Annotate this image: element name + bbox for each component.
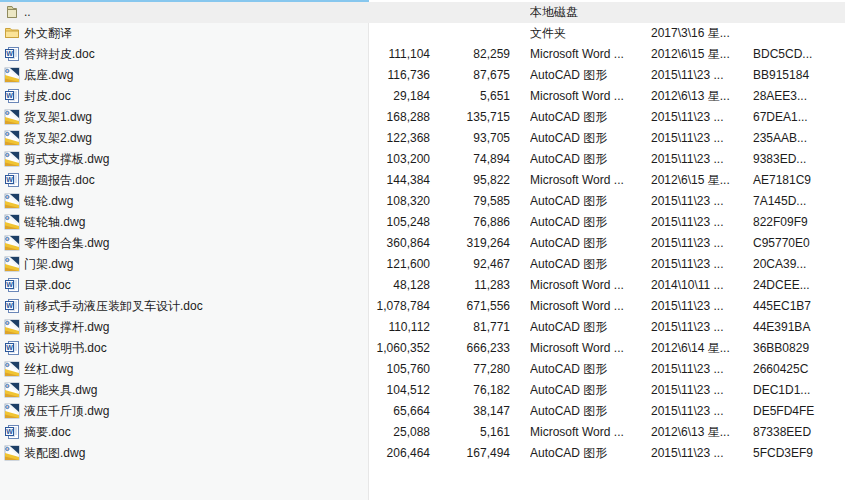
- file-row[interactable]: 液压千斤顶.dwg 65,664 38,147 AutoCAD 图形 2015\…: [0, 401, 845, 422]
- file-type: AutoCAD 图形: [530, 65, 648, 86]
- dwg-icon: [4, 235, 20, 251]
- file-row[interactable]: W 前移式手动液压装卸叉车设计.doc 1,078,784 671,556 Mi…: [0, 296, 845, 317]
- file-size: 1,060,352: [330, 338, 430, 359]
- file-row[interactable]: 门架.dwg 121,600 92,467 AutoCAD 图形 2015\11…: [0, 254, 845, 275]
- file-crc: 20CA39...: [753, 254, 845, 275]
- file-size: 168,288: [330, 107, 430, 128]
- file-type: AutoCAD 图形: [530, 107, 648, 128]
- modified-date: 2015\11\23 ...: [651, 254, 751, 275]
- archive-file-list: .. 本地磁盘 外文翻译 文件夹 2017\3\16 星... W 答辩封皮.d…: [0, 0, 860, 500]
- modified-date: 2012\6\15 星...: [651, 170, 751, 191]
- file-row[interactable]: 链轮.dwg 108,320 79,585 AutoCAD 图形 2015\11…: [0, 191, 845, 212]
- packed-size: 135,715: [432, 107, 510, 128]
- file-row[interactable]: W 开题报告.doc 144,384 95,822 Microsoft Word…: [0, 170, 845, 191]
- file-row[interactable]: W 封皮.doc 29,184 5,651 Microsoft Word ...…: [0, 86, 845, 107]
- file-crc: [753, 2, 845, 23]
- svg-text:W: W: [6, 50, 13, 57]
- file-size: 122,368: [330, 128, 430, 149]
- packed-size: 87,675: [432, 65, 510, 86]
- file-crc: 5FCD3EF9: [753, 443, 845, 464]
- file-size: 105,248: [330, 212, 430, 233]
- modified-date: 2015\11\23 ...: [651, 380, 751, 401]
- svg-text:W: W: [6, 281, 13, 288]
- file-type: AutoCAD 图形: [530, 254, 648, 275]
- file-name: 外文翻译: [24, 23, 72, 44]
- packed-size: 76,182: [432, 380, 510, 401]
- file-type: 本地磁盘: [530, 2, 648, 23]
- file-row[interactable]: W 摘要.doc 25,088 5,161 Microsoft Word ...…: [0, 422, 845, 443]
- file-row[interactable]: 万能夹具.dwg 104,512 76,182 AutoCAD 图形 2015\…: [0, 380, 845, 401]
- file-crc: 28AEE3...: [753, 86, 845, 107]
- file-row[interactable]: W 设计说明书.doc 1,060,352 666,233 Microsoft …: [0, 338, 845, 359]
- file-name: 设计说明书.doc: [24, 338, 107, 359]
- file-row[interactable]: 装配图.dwg 206,464 167,494 AutoCAD 图形 2015\…: [0, 443, 845, 464]
- file-crc: 2660425C: [753, 359, 845, 380]
- file-row[interactable]: 前移支撑杆.dwg 110,112 81,771 AutoCAD 图形 2015…: [0, 317, 845, 338]
- modified-date: 2015\11\23 ...: [651, 65, 751, 86]
- file-row[interactable]: 剪式支撑板.dwg 103,200 74,894 AutoCAD 图形 2015…: [0, 149, 845, 170]
- packed-size: 319,264: [432, 233, 510, 254]
- modified-date: 2015\11\23 ...: [651, 317, 751, 338]
- file-row[interactable]: W 答辩封皮.doc 111,104 82,259 Microsoft Word…: [0, 44, 845, 65]
- svg-text:W: W: [6, 344, 13, 351]
- file-crc: 87338EED: [753, 422, 845, 443]
- file-size: 121,600: [330, 254, 430, 275]
- file-crc: 36BB0829: [753, 338, 845, 359]
- file-name: 装配图.dwg: [24, 443, 85, 464]
- svg-text:W: W: [6, 92, 13, 99]
- modified-date: 2015\11\23 ...: [651, 191, 751, 212]
- file-name: 丝杠.dwg: [24, 359, 73, 380]
- file-row[interactable]: 货叉架2.dwg 122,368 93,705 AutoCAD 图形 2015\…: [0, 128, 845, 149]
- file-crc: DEC1D1...: [753, 380, 845, 401]
- file-type: Microsoft Word ...: [530, 275, 648, 296]
- file-type: AutoCAD 图形: [530, 401, 648, 422]
- file-type: AutoCAD 图形: [530, 359, 648, 380]
- packed-size: 76,886: [432, 212, 510, 233]
- file-row[interactable]: .. 本地磁盘: [0, 2, 845, 23]
- file-name: 万能夹具.dwg: [24, 380, 97, 401]
- file-type: Microsoft Word ...: [530, 296, 648, 317]
- packed-size: 92,467: [432, 254, 510, 275]
- modified-date: 2015\11\23 ...: [651, 149, 751, 170]
- packed-size: 74,894: [432, 149, 510, 170]
- file-name: 底座.dwg: [24, 65, 73, 86]
- dwg-icon: [4, 445, 20, 461]
- file-type: Microsoft Word ...: [530, 422, 648, 443]
- file-name: 封皮.doc: [24, 86, 71, 107]
- file-type: AutoCAD 图形: [530, 191, 648, 212]
- modified-date: 2015\11\23 ...: [651, 443, 751, 464]
- word-icon: W: [4, 88, 20, 104]
- file-row[interactable]: 货叉架1.dwg 168,288 135,715 AutoCAD 图形 2015…: [0, 107, 845, 128]
- packed-size: 11,283: [432, 275, 510, 296]
- file-row[interactable]: 外文翻译 文件夹 2017\3\16 星...: [0, 23, 845, 44]
- file-size: 48,128: [330, 275, 430, 296]
- word-icon: W: [4, 340, 20, 356]
- modified-date: 2017\3\16 星...: [651, 23, 751, 44]
- file-type: AutoCAD 图形: [530, 233, 648, 254]
- file-size: 103,200: [330, 149, 430, 170]
- file-name: 液压千斤顶.dwg: [24, 401, 109, 422]
- modified-date: 2015\11\23 ...: [651, 128, 751, 149]
- packed-size: 671,556: [432, 296, 510, 317]
- packed-size: [432, 23, 510, 44]
- file-row[interactable]: 链轮轴.dwg 105,248 76,886 AutoCAD 图形 2015\1…: [0, 212, 845, 233]
- file-name: 剪式支撑板.dwg: [24, 149, 109, 170]
- file-crc: BB915184: [753, 65, 845, 86]
- packed-size: 5,651: [432, 86, 510, 107]
- modified-date: 2015\11\23 ...: [651, 107, 751, 128]
- file-row[interactable]: 零件图合集.dwg 360,864 319,264 AutoCAD 图形 201…: [0, 233, 845, 254]
- word-icon: W: [4, 277, 20, 293]
- file-size: [330, 23, 430, 44]
- file-row[interactable]: 底座.dwg 116,736 87,675 AutoCAD 图形 2015\11…: [0, 65, 845, 86]
- dwg-icon: [4, 67, 20, 83]
- file-row[interactable]: 丝杠.dwg 105,760 77,280 AutoCAD 图形 2015\11…: [0, 359, 845, 380]
- file-type: AutoCAD 图形: [530, 128, 648, 149]
- file-size: 144,384: [330, 170, 430, 191]
- file-row[interactable]: W 目录.doc 48,128 11,283 Microsoft Word ..…: [0, 275, 845, 296]
- modified-date: 2012\6\13 星...: [651, 422, 751, 443]
- modified-date: 2012\6\13 星...: [651, 86, 751, 107]
- modified-date: 2012\6\14 星...: [651, 338, 751, 359]
- file-type: Microsoft Word ...: [530, 338, 648, 359]
- word-icon: W: [4, 424, 20, 440]
- word-icon: W: [4, 172, 20, 188]
